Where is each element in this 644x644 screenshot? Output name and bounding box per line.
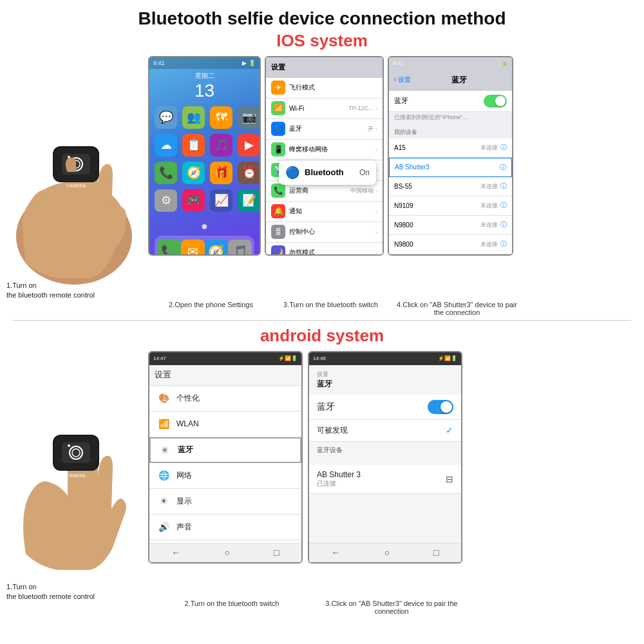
android-home-btn[interactable]: ○: [225, 547, 230, 558]
app-notes: 📝: [238, 189, 260, 212]
iphone-home-screen: 9:41 ▶ 🔋 星期二 13 💬 👥 🗺 📷 ☁ 📋 🎵: [148, 56, 261, 256]
settings-item-bluetooth[interactable]: 🔵 蓝牙 开 ›: [266, 119, 383, 140]
app-youtube: ▶: [238, 134, 260, 156]
svg-text:CAMERA: CAMERA: [66, 184, 86, 188]
main-title: Bluetooth selfie device connection metho…: [0, 0, 644, 30]
ios-bt-status-bar: 9:41 🔋: [389, 57, 512, 70]
dock-mail: ✉: [181, 240, 205, 254]
ios-caption-step2: 2.Open the phone Settings: [155, 301, 267, 316]
settings-item-wifi[interactable]: 📶 Wi-Fi TP-12C... ›: [266, 99, 383, 119]
app-grid: 💬 👥 🗺 📷 ☁ 📋 🎵 ▶ 📞 🧭 🎁 ⏰ ⚙ 🎮: [149, 102, 260, 216]
android-bt-toggle-knob: [440, 401, 452, 413]
dock-phone: 📞: [157, 240, 181, 254]
app-music: 🎵: [210, 134, 232, 156]
app-weather: ☁: [155, 134, 177, 156]
iphone-dock: 📞 ✉ 🧭 🎵: [155, 236, 254, 254]
ios-step1-label: 1.Turn on the bluetooth remote control: [6, 281, 95, 301]
svg-text:CAMERA: CAMERA: [66, 473, 86, 478]
app-maps: 🗺: [210, 106, 232, 129]
android-settings-screen: 14:47 ⚡📶🔋 设置 🎨 个性化 📶 WLAN: [148, 351, 303, 564]
iphone-status-bar: 9:41 ▶ 🔋: [149, 57, 260, 69]
ios-bt-device-n9800-1[interactable]: N9800 未连接 ⓘ: [389, 216, 512, 235]
bluetooth-icon: 🔵: [285, 166, 299, 180]
iphone-date: 星期二 13: [149, 69, 260, 102]
android-section-title: android system: [0, 326, 644, 346]
app-safari: 🧭: [182, 162, 205, 184]
ios-bt-toggle-row: 蓝牙: [389, 91, 512, 112]
settings-item-notifications[interactable]: 🔔 通知 ›: [266, 202, 383, 222]
ios-bt-device-ab-shutter[interactable]: AB Shutter3 ⓘ: [389, 158, 512, 177]
ios-bt-device-n9800-2[interactable]: N9800 未连接 ⓘ: [389, 235, 512, 254]
android-settings-personalization[interactable]: 🎨 个性化: [149, 386, 301, 412]
android-back-btn[interactable]: ←: [171, 547, 180, 558]
android-settings-display[interactable]: ☀ 显示: [149, 489, 301, 515]
android-device-settings-icon[interactable]: ⊟: [446, 474, 453, 484]
android-settings-bluetooth[interactable]: ✳ 蓝牙: [149, 437, 301, 463]
android-bt-toggle[interactable]: [428, 400, 453, 414]
app-camera: 📷: [238, 106, 260, 129]
section-divider: [13, 320, 631, 321]
dock-music: 🎵: [228, 240, 252, 254]
android-recent-btn[interactable]: □: [274, 547, 279, 558]
android-nav-bar-2: ← ○ □: [309, 543, 461, 562]
ios-bt-nav-bar: ‹ 设置 蓝牙: [389, 70, 512, 91]
android-hand-svg: CAMERA: [6, 351, 142, 576]
ios-captions: 2.Open the phone Settings 3.Turn on the …: [148, 301, 644, 316]
ios-screenshots: 9:41 ▶ 🔋 星期二 13 💬 👥 🗺 📷 ☁ 📋 🎵: [148, 56, 638, 256]
android-bt-device-row[interactable]: AB Shutter 3 已连接 ⊟: [309, 465, 461, 494]
android-bluetooth-screen: 14:46 ⚡📶🔋 设置 蓝牙 蓝牙: [308, 351, 462, 564]
android-step1-label: 1.Turn on the bluetooth remote control: [6, 582, 95, 602]
android-bt-devices-section: 蓝牙设备: [309, 442, 461, 459]
android-settings-sound[interactable]: 🔊 声音: [149, 515, 301, 540]
android-status-bar-2: 14:46 ⚡📶🔋: [309, 352, 461, 365]
settings-item-cellular[interactable]: 📱 蜂窝移动网络 ›: [266, 140, 383, 160]
ios-bt-description: 已搜索到到附近的"iPhone"...: [389, 112, 512, 123]
android-bt-toggle-row: 蓝牙: [309, 395, 461, 420]
ios-bluetooth-screen: 9:41 🔋 ‹ 设置 蓝牙 蓝牙 已搜索: [388, 56, 513, 256]
app-messages: 💬: [155, 106, 177, 129]
android-bt-discoverable-row[interactable]: 可被发现 ✓: [309, 420, 461, 442]
android-hand-device: CAMERA 1.Turn on the bluetooth remote co…: [6, 351, 142, 596]
app-facetime: 📞: [155, 162, 177, 184]
ios-bt-toggle[interactable]: [484, 95, 507, 108]
ios-settings-screen: 设置 ✈ 飞行模式 📶 Wi-Fi TP-12C... › 🔵: [265, 56, 384, 256]
android-settings-action-bar: 设置: [149, 365, 301, 386]
app-games: 🎮: [182, 189, 205, 212]
svg-rect-12: [62, 442, 90, 463]
ios-caption-step4: 4.Click on "AB Shutter3" device to pair …: [394, 301, 520, 316]
android-section: CAMERA 1.Turn on the bluetooth remote co…: [0, 351, 644, 596]
bluetooth-value: On: [359, 168, 370, 177]
dock-safari: 🧭: [205, 240, 229, 254]
android-home-btn-2[interactable]: ○: [384, 547, 390, 558]
android-settings-network[interactable]: 🌐 网络: [149, 463, 301, 489]
ios-bt-device-a15[interactable]: A15 未连接 ⓘ: [389, 138, 512, 158]
settings-item-control[interactable]: 🎛 控制中心 ›: [266, 222, 383, 243]
page-container: Bluetooth selfie device connection metho…: [0, 0, 644, 644]
android-captions: 2.Turn on the bluetooth switch 3.Click o…: [148, 600, 644, 615]
ios-bt-toggle-knob: [495, 96, 506, 106]
android-recent-btn-2[interactable]: □: [433, 547, 439, 558]
ios-bt-section-devices: 我的设备: [389, 123, 512, 138]
settings-nav-bar: 设置: [266, 57, 383, 78]
android-nav-bar-1: ← ○ □: [149, 543, 301, 562]
settings-item-airplane[interactable]: ✈ 飞行模式: [266, 78, 383, 99]
bluetooth-label: Bluetooth: [305, 167, 359, 177]
android-checkmark: ✓: [446, 425, 453, 435]
ios-caption-step3: 3.Turn on the bluetooth switch: [271, 301, 390, 316]
android-bt-breadcrumb: 设置 蓝牙: [309, 365, 461, 395]
ios-bt-device-bs55[interactable]: BS-55 未连接 ⓘ: [389, 177, 512, 196]
ios-hand-device: CAMERA 1.Turn on the bluetooth remote co…: [6, 56, 142, 301]
app-settings-home: ⚙: [155, 189, 177, 212]
android-caption-step3: 3.Click on "AB Shutter3" device to pair …: [314, 600, 469, 615]
app-clock: ⏰: [238, 162, 260, 184]
android-back-btn-2[interactable]: ←: [331, 547, 340, 558]
android-status-bar-1: 14:47 ⚡📶🔋: [149, 352, 301, 365]
svg-point-15: [68, 444, 70, 447]
settings-item-dnd[interactable]: 🌙 勿扰模式 ›: [266, 243, 383, 254]
ios-hand-svg: CAMERA: [6, 56, 142, 288]
ios-section: CAMERA 1.Turn on the bluetooth remote co…: [0, 56, 644, 301]
android-caption-step2: 2.Turn on the bluetooth switch: [155, 600, 309, 615]
android-settings-wlan[interactable]: 📶 WLAN: [149, 412, 301, 437]
ios-bt-device-n9109[interactable]: N9109 未连接 ⓘ: [389, 196, 512, 216]
app-reminders: 📋: [182, 134, 205, 156]
